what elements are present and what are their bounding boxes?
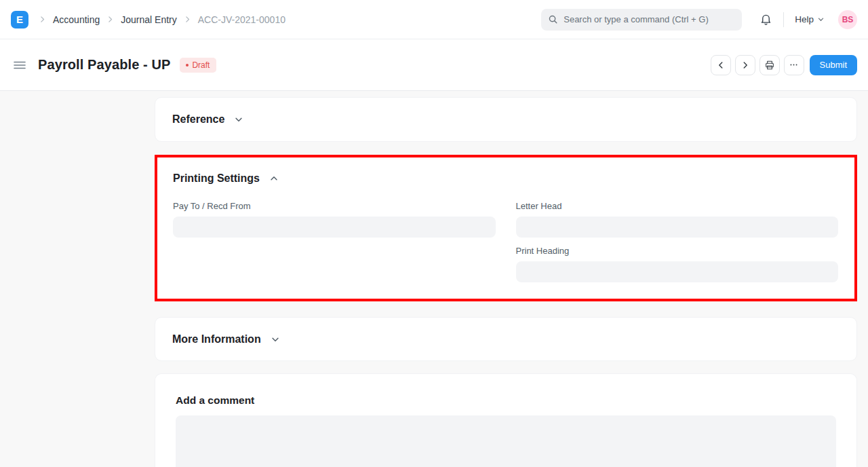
section-printing-settings-title: Printing Settings [173,172,260,185]
status-dot-icon [186,64,189,67]
chevron-down-icon [817,16,825,23]
breadcrumb: Accounting Journal Entry ACC-JV-2021-000… [38,14,285,25]
pay-to-recd-from-label: Pay To / Recd From [173,201,496,211]
prev-document-button[interactable] [711,55,731,75]
search-input[interactable] [564,14,735,24]
app-logo-letter: E [16,14,23,25]
chevron-left-icon [716,60,726,70]
navbar: E Accounting Journal Entry ACC-JV-2021-0… [0,0,868,39]
navbar-right: Help BS [541,9,857,31]
section-reference: Reference [155,97,857,142]
breadcrumb-item-document: ACC-JV-2021-00010 [198,14,285,25]
status-badge: Draft [180,58,216,73]
form-body: Reference Printing Settings Pay To / Rec… [0,91,868,467]
navbar-divider [783,12,784,27]
sidebar-toggle-button[interactable] [11,57,28,73]
field-pay-to-recd-from: Pay To / Recd From [173,201,496,238]
chevron-right-icon [183,15,192,24]
printing-settings-fields: Pay To / Recd From Letter Head Print Hea… [173,201,838,282]
bell-icon [760,13,772,26]
section-more-information-toggle[interactable]: More Information [172,333,280,345]
section-comments: Add a comment [155,373,857,467]
pay-to-recd-from-input[interactable] [173,217,496,238]
chevron-down-icon [271,335,280,344]
section-more-information-title: More Information [172,333,261,345]
hamburger-icon [14,60,26,71]
printer-icon [764,60,775,71]
section-printing-settings-toggle[interactable]: Printing Settings [173,172,838,185]
section-printing-settings: Printing Settings Pay To / Recd From Let… [157,157,854,299]
chevron-right-icon [38,15,47,24]
page-actions: Submit [711,55,857,75]
help-menu-button[interactable]: Help [793,12,826,27]
ellipsis-icon [789,60,799,70]
breadcrumb-item-journal-entry[interactable]: Journal Entry [121,14,176,25]
form-column: Reference Printing Settings Pay To / Rec… [155,97,857,467]
comment-input[interactable] [176,415,836,467]
section-reference-toggle[interactable]: Reference [172,113,243,126]
print-heading-input[interactable] [516,261,839,282]
page-title: Payroll Payable - UP [38,57,170,73]
chevron-right-icon [106,15,115,24]
add-comment-title: Add a comment [176,394,836,407]
letter-head-label: Letter Head [516,201,839,211]
print-heading-label: Print Heading [516,246,839,256]
status-badge-label: Draft [192,60,210,70]
highlight-box: Printing Settings Pay To / Recd From Let… [155,155,857,301]
breadcrumb-item-accounting[interactable]: Accounting [53,14,100,25]
avatar-initials: BS [842,15,854,24]
page-header: Payroll Payable - UP Draft Submit [0,39,868,91]
search-icon [548,14,558,24]
section-more-information: More Information [155,317,857,361]
letter-head-input[interactable] [516,217,839,238]
chevron-right-icon [741,60,750,70]
more-options-button[interactable] [784,55,804,75]
notifications-button[interactable] [757,10,775,29]
help-label: Help [795,14,814,24]
global-search[interactable] [541,9,742,31]
user-avatar[interactable]: BS [838,10,857,29]
next-document-button[interactable] [735,55,755,75]
chevron-up-icon [269,174,279,183]
print-button[interactable] [760,55,780,75]
chevron-down-icon [234,115,243,124]
field-print-heading: Print Heading [516,246,839,282]
submit-button[interactable]: Submit [810,55,857,75]
app-logo[interactable]: E [11,11,28,29]
section-reference-title: Reference [172,113,224,126]
field-letter-head: Letter Head [516,201,839,238]
